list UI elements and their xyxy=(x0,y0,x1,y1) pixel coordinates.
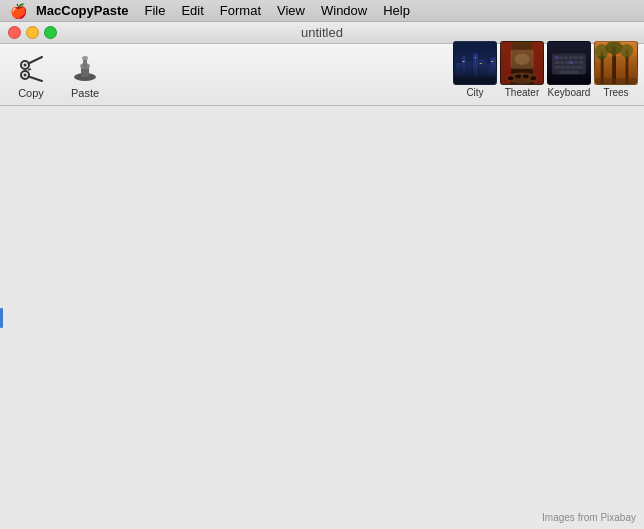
svg-rect-36 xyxy=(559,56,563,59)
svg-rect-62 xyxy=(595,78,637,84)
svg-point-29 xyxy=(508,76,514,80)
svg-rect-37 xyxy=(564,56,568,59)
svg-rect-40 xyxy=(579,56,584,59)
keyboard-image xyxy=(547,41,591,85)
svg-rect-47 xyxy=(555,66,561,69)
main-content: Images from Pixabay xyxy=(0,106,644,529)
svg-point-32 xyxy=(531,76,537,80)
menu-help[interactable]: Help xyxy=(375,2,418,19)
menu-window[interactable]: Window xyxy=(313,2,375,19)
svg-rect-18 xyxy=(486,65,491,84)
menu-bar: 🍎 MacCopyPaste File Edit Format View Win… xyxy=(0,0,644,22)
canvas-area[interactable] xyxy=(0,106,644,529)
close-button[interactable] xyxy=(8,26,21,39)
svg-point-30 xyxy=(515,74,521,78)
copy-button[interactable]: Copy xyxy=(6,48,56,102)
svg-rect-38 xyxy=(569,56,573,59)
svg-rect-46 xyxy=(580,61,584,64)
svg-rect-43 xyxy=(565,61,569,64)
minimize-button[interactable] xyxy=(26,26,39,39)
toolbar-left: Copy Paste xyxy=(6,48,453,102)
svg-rect-17 xyxy=(479,59,486,84)
copy-label: Copy xyxy=(18,87,44,99)
svg-rect-21 xyxy=(475,57,476,58)
city-label: City xyxy=(466,87,483,98)
svg-rect-50 xyxy=(571,66,575,69)
apple-menu-icon[interactable]: 🍎 xyxy=(8,3,28,19)
footer-credit: Images from Pixabay xyxy=(542,512,636,523)
svg-rect-51 xyxy=(576,66,584,69)
paste-label: Paste xyxy=(71,87,99,99)
svg-rect-54 xyxy=(569,61,573,64)
trees-image xyxy=(594,41,638,85)
svg-rect-22 xyxy=(480,63,482,64)
menu-view[interactable]: View xyxy=(269,2,313,19)
svg-rect-52 xyxy=(559,71,578,74)
thumbnail-city[interactable]: City xyxy=(453,41,497,98)
svg-rect-42 xyxy=(560,61,564,64)
maximize-button[interactable] xyxy=(44,26,57,39)
thumbnail-theater[interactable]: Theater xyxy=(500,41,544,98)
svg-rect-45 xyxy=(575,61,579,64)
svg-rect-49 xyxy=(566,66,570,69)
svg-point-31 xyxy=(523,74,529,78)
svg-rect-15 xyxy=(466,61,472,84)
keyboard-label: Keyboard xyxy=(548,87,591,98)
svg-rect-20 xyxy=(463,61,465,62)
toolbar-right: City xyxy=(453,41,638,108)
svg-rect-41 xyxy=(555,61,560,64)
paste-button[interactable]: Paste xyxy=(60,48,110,102)
svg-rect-14 xyxy=(462,56,466,84)
svg-rect-13 xyxy=(456,63,461,84)
thumbnail-trees[interactable]: Trees xyxy=(594,41,638,98)
window-controls xyxy=(8,26,57,39)
city-image xyxy=(453,41,497,85)
menu-file[interactable]: File xyxy=(136,2,173,19)
toolbar: Copy Paste xyxy=(0,44,644,106)
trees-label: Trees xyxy=(603,87,628,98)
menu-edit[interactable]: Edit xyxy=(173,2,211,19)
thumbnail-keyboard[interactable]: Keyboard xyxy=(547,41,591,98)
svg-line-2 xyxy=(29,57,43,64)
svg-rect-63 xyxy=(595,42,637,56)
theater-image xyxy=(500,41,544,85)
paste-icon xyxy=(69,53,101,85)
svg-line-4 xyxy=(28,69,31,70)
svg-point-11 xyxy=(82,56,88,60)
menu-format[interactable]: Format xyxy=(212,2,269,19)
svg-line-3 xyxy=(29,76,43,81)
window-title: untitled xyxy=(301,25,343,40)
svg-rect-24 xyxy=(454,76,496,84)
app-name-menu[interactable]: MacCopyPaste xyxy=(28,2,136,19)
svg-rect-53 xyxy=(555,56,559,59)
svg-rect-23 xyxy=(491,61,493,62)
theater-label: Theater xyxy=(505,87,539,98)
left-accent-bar xyxy=(0,308,3,328)
scissors-icon xyxy=(15,53,47,85)
svg-point-28 xyxy=(514,53,529,64)
svg-rect-48 xyxy=(561,66,565,69)
svg-point-5 xyxy=(24,63,27,66)
svg-point-6 xyxy=(24,73,27,76)
svg-rect-39 xyxy=(574,56,578,59)
